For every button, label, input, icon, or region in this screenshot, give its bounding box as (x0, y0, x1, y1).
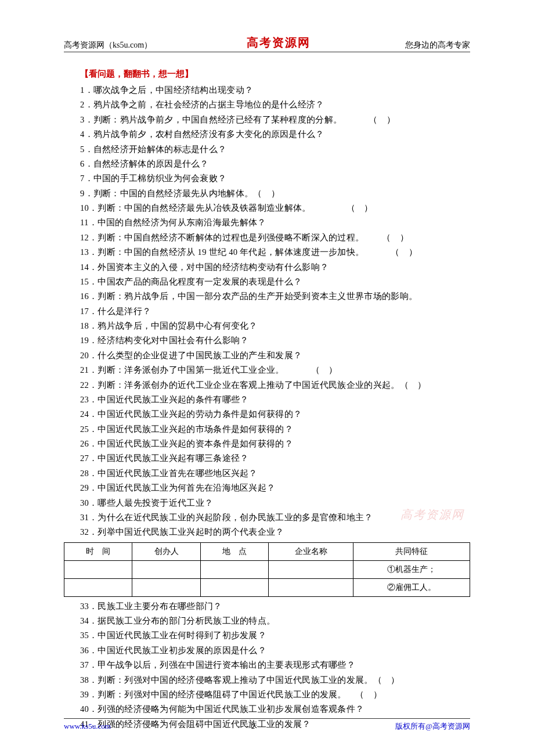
question-item: 9．判断：中国的自然经济最先从内地解体。（ ） (80, 186, 470, 201)
question-item: 29．中国近代民族工业为何首先在沿海地区兴起？ (80, 481, 470, 495)
question-item: 6．自然经济解体的原因是什么？ (80, 157, 470, 171)
question-item: 3．判断：鸦片战争前夕，中国自然经济已经有了某种程度的分解。 （ ） (80, 113, 470, 127)
question-item: 25．中国近代民族工业兴起的市场条件是如何获得的？ (80, 422, 470, 437)
page-header: 高考资源网（ks5u.com） 高考资源网 您身边的高考专家 (64, 35, 470, 52)
section-title: 【看问题，翻翻书，想一想】 (80, 69, 470, 80)
question-item: 16．判断：鸦片战争后，中国一部分农产品的生产开始受到资本主义世界市场的影响。 (80, 289, 470, 304)
question-item: 26．中国近代民族工业兴起的资本条件是如何获得的？ (80, 437, 470, 451)
header-right: 您身边的高考专家 (405, 40, 470, 51)
question-item: 12．判断：中国自然经济不断解体的过程也是列强侵略不断深入的过程。 （ ） (80, 231, 470, 245)
question-item: 37．甲午战争以后，列强在中国进行资本输出的主要表现形式有哪些？ (80, 658, 470, 672)
question-item: 28．中国近代民族工业首先在哪些地区兴起？ (80, 466, 470, 481)
question-item: 36．中国近代民族工业初步发展的原因是什么？ (80, 643, 470, 658)
col-feature: 共同特征 (353, 542, 470, 560)
cell (132, 560, 200, 578)
question-item: 15．中国农产品的商品化程度有一定发展的表现是什么？ (80, 275, 470, 289)
question-item: 7．中国的手工棉纺织业为何会衰败？ (80, 171, 470, 186)
question-item: 39．判断：列强对中国的经济侵略阻碍了中国近代民族工业的发展。 （ ） (80, 687, 470, 702)
col-time: 时 间 (64, 542, 132, 560)
col-place: 地 点 (200, 542, 268, 560)
question-item: 1．哪次战争之后，中国经济结构出现变动？ (80, 83, 470, 98)
question-item: 35．中国近代民族工业在何时得到了初步发展？ (80, 628, 470, 643)
header-left: 高考资源网（ks5u.com） (64, 40, 152, 51)
cell (64, 578, 132, 596)
question-item: 5．自然经济开始解体的标志是什么？ (80, 142, 470, 157)
question-list-1: 1．哪次战争之后，中国经济结构出现变动？2．鸦片战争之前，在社会经济的占据主导地… (64, 83, 470, 540)
cell-feature: ②雇佣工人。 (353, 578, 470, 596)
question-item: 2．鸦片战争之前，在社会经济的占据主导地位的是什么经济？ (80, 98, 470, 112)
footer-left: www.ks5u.com (64, 722, 111, 731)
col-enterprise: 企业名称 (269, 542, 353, 560)
question-item: 10．判断：中国的自然经济最先从冶铁及铁器制造业解体。 （ ） (80, 201, 470, 215)
cell (132, 578, 200, 596)
question-item: 34．据民族工业分布的部门分析民族工业的特点。 (80, 614, 470, 628)
question-item: 17．什么是洋行？ (80, 304, 470, 319)
cell (200, 560, 268, 578)
question-item: 31．为什么在近代民族工业的兴起阶段，创办民族工业的多是官僚和地主？ (80, 510, 470, 525)
question-item: 30．哪些人最先投资于近代工业？ (80, 496, 470, 510)
footer-page-number: - 2 - (247, 722, 259, 731)
question-item: 33．民族工业主要分布在哪些部门？ (80, 599, 470, 614)
header-center-logo: 高考资源网 (152, 35, 405, 51)
table-row: ②雇佣工人。 (64, 578, 470, 596)
question-item: 19．经济结构变化对中国社会有什么影响？ (80, 333, 470, 348)
question-item: 18．鸦片战争后，中国的贸易中心有何变化？ (80, 319, 470, 333)
question-item: 14．外国资本主义的入侵，对中国的经济结构变动有什么影响？ (80, 260, 470, 275)
question-item: 38．判断：列强对中国的经济侵略客观上推动了中国近代民族工业的发展。（ ） (80, 673, 470, 687)
col-founder: 创办人 (132, 542, 200, 560)
cell (269, 578, 353, 596)
cell (269, 560, 353, 578)
cell (64, 560, 132, 578)
question-item: 27．中国近代民族工业兴起有哪三条途径？ (80, 451, 470, 466)
page-footer: www.ks5u.com - 2 - 版权所有@高考资源网 (64, 718, 470, 732)
table-row: ①机器生产； (64, 560, 470, 578)
question-item: 13．判断：中国的自然经济从 19 世纪 40 年代起，解体速度进一步加快。 （… (80, 245, 470, 260)
question-item: 40．列强的经济侵略为何能为中国近代民族工业初步发展创造客观条件？ (80, 702, 470, 717)
footer-right: 版权所有@高考资源网 (395, 721, 470, 732)
question-list-2: 33．民族工业主要分布在哪些部门？34．据民族工业分布的部门分析民族工业的特点。… (64, 599, 470, 732)
question-item: 22．判断：洋务派创办的近代工业企业在客观上推动了中国近代民族企业的兴起。（ ） (80, 378, 470, 393)
question-item: 24．中国近代民族工业兴起的劳动力条件是如何获得的？ (80, 407, 470, 422)
question-item: 11．中国的自然经济为何从东南沿海最先解体？ (80, 215, 470, 230)
table-header-row: 时 间 创办人 地 点 企业名称 共同特征 (64, 542, 470, 560)
cell-feature: ①机器生产； (353, 560, 470, 578)
question-item: 23．中国近代民族工业兴起的条件有哪些？ (80, 393, 470, 407)
cell (200, 578, 268, 596)
question-item: 4．鸦片战争前夕，农村自然经济没有多大变化的原因是什么？ (80, 127, 470, 142)
question-item: 32．列举中国近代民族工业兴起时的两个代表企业？ (80, 525, 470, 539)
enterprise-table: 时 间 创办人 地 点 企业名称 共同特征 ①机器生产； ②雇佣工人。 (64, 542, 470, 597)
question-item: 20．什么类型的企业促进了中国民族工业的产生和发展？ (80, 348, 470, 363)
question-item: 21．判断：洋务派创办了中国第一批近代工业企业。 （ ） (80, 363, 470, 377)
